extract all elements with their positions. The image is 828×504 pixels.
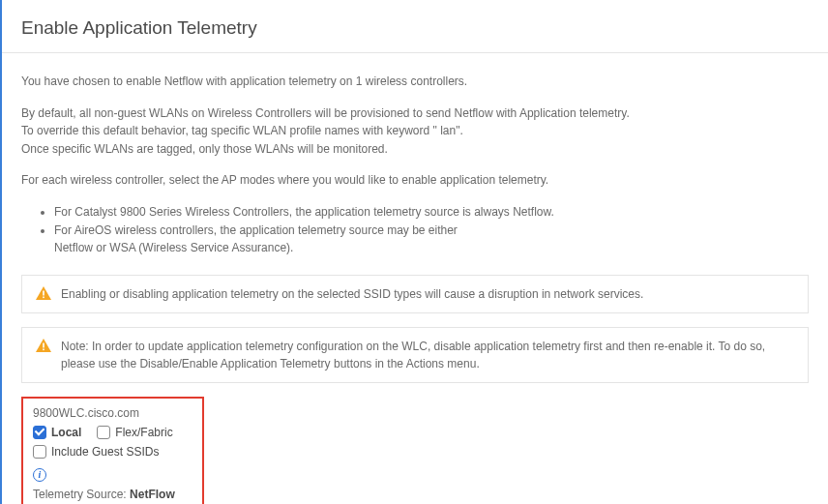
device-name: 9800WLC.cisco.com (33, 406, 192, 420)
intro-line-2b: To override this default behavior, tag s… (21, 122, 809, 140)
alert-disruption: Enabling or disabling application teleme… (21, 275, 809, 313)
intro-block-2: By default, all non-guest WLANs on Wirel… (21, 104, 809, 159)
intro-line-3: For each wireless controller, select the… (21, 171, 809, 190)
intro-line-2a: By default, all non-guest WLANs on Wirel… (21, 104, 809, 123)
page-title: Enable Application Telemetry (2, 0, 828, 52)
checkbox-local-box[interactable] (33, 426, 46, 439)
telemetry-source-value: NetFlow (130, 488, 175, 501)
svg-rect-0 (43, 290, 44, 295)
telemetry-source-label: Telemetry Source: (33, 488, 130, 501)
telemetry-source: Telemetry Source: NetFlow (33, 488, 192, 501)
warning-icon (36, 339, 51, 352)
svg-rect-2 (43, 342, 44, 347)
bullet-item-2-cont: Netflow or WSA (Wireless Service Assuran… (54, 241, 293, 254)
svg-rect-3 (43, 348, 44, 350)
checkbox-local[interactable]: Local (33, 426, 81, 439)
checkbox-flex-fabric[interactable]: Flex/Fabric (97, 426, 172, 439)
checkbox-include-guest[interactable]: Include Guest SSIDs (33, 445, 159, 459)
intro-block-1: You have chosen to enable Netflow with a… (21, 73, 809, 91)
info-icon[interactable]: i (33, 468, 46, 482)
ap-mode-row: Local Flex/Fabric (33, 426, 192, 439)
checkbox-flex-fabric-box[interactable] (97, 426, 110, 439)
intro-line-2c: Once specific WLANs are tagged, only tho… (21, 140, 809, 159)
bullet-item-2-text: For AireOS wireless controllers, the app… (54, 223, 458, 237)
svg-rect-1 (43, 296, 44, 298)
device-config-box: 9800WLC.cisco.com Local Flex/Fabric Incl… (21, 397, 204, 504)
checkbox-include-guest-box[interactable] (33, 445, 46, 459)
warning-icon (36, 286, 51, 300)
checkbox-flex-fabric-label: Flex/Fabric (115, 426, 172, 439)
guest-ssid-row: Include Guest SSIDs (33, 445, 192, 459)
bullet-item-1: For Catalyst 9800 Series Wireless Contro… (54, 203, 809, 222)
intro-line-1: You have chosen to enable Netflow with a… (21, 73, 809, 91)
alert-note-text: Note: In order to update application tel… (61, 338, 794, 372)
bullet-list: For Catalyst 9800 Series Wireless Contro… (21, 203, 809, 257)
alert-note: Note: In order to update application tel… (21, 327, 809, 383)
alert-disruption-text: Enabling or disabling application teleme… (61, 285, 643, 303)
intro-block-3: For each wireless controller, select the… (21, 171, 809, 190)
checkbox-include-guest-label: Include Guest SSIDs (51, 445, 159, 459)
bullet-item-2: For AireOS wireless controllers, the app… (54, 222, 809, 257)
checkbox-local-label: Local (51, 426, 81, 439)
